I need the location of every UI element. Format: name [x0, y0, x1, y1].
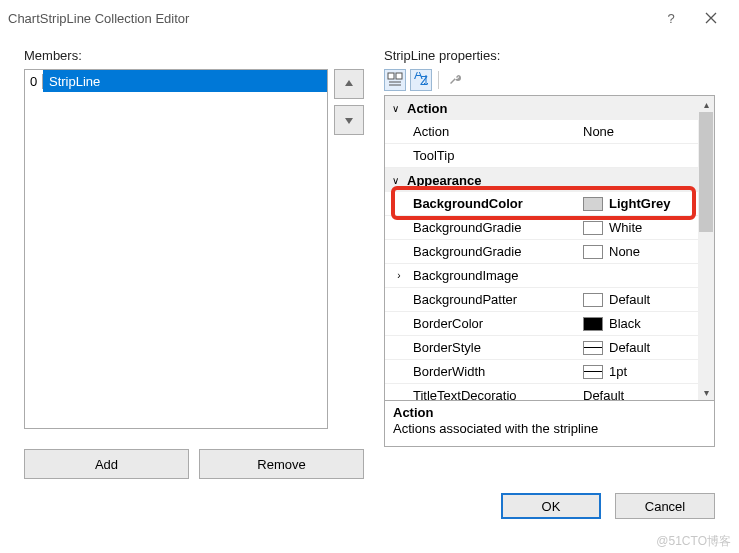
move-up-button[interactable]	[334, 69, 364, 99]
property-row[interactable]: BackgroundColorLightGrey	[385, 192, 698, 216]
color-swatch	[583, 245, 603, 259]
members-list[interactable]: 0StripLine	[24, 69, 328, 429]
property-name: Action	[413, 124, 583, 139]
svg-text:Z: Z	[420, 73, 428, 88]
expand-icon: ›	[393, 270, 405, 281]
property-pages-button[interactable]	[445, 69, 467, 91]
category-name: Appearance	[407, 173, 481, 188]
line-swatch	[583, 365, 603, 379]
scroll-thumb[interactable]	[699, 112, 713, 232]
color-swatch	[583, 221, 603, 235]
property-name: ToolTip	[413, 148, 583, 163]
property-row[interactable]: TitleTextDecoratioDefault	[385, 384, 698, 400]
property-row[interactable]: ActionNone	[385, 120, 698, 144]
property-name: BackgroundImage	[413, 268, 583, 283]
alphabetical-button[interactable]: AZ	[410, 69, 432, 91]
expand-icon: ∨	[389, 103, 401, 114]
close-icon	[705, 12, 717, 24]
add-button[interactable]: Add	[24, 449, 189, 479]
property-row[interactable]: BackgroundPatterDefault	[385, 288, 698, 312]
property-value[interactable]: White	[609, 220, 698, 235]
expand-icon: ∨	[389, 175, 401, 186]
property-name: BackgroundColor	[413, 196, 583, 211]
toolbar-separator	[438, 71, 439, 89]
wrench-icon	[448, 72, 464, 88]
property-toolbar: AZ	[384, 69, 715, 91]
categorized-icon	[387, 72, 403, 88]
help-button[interactable]: ?	[651, 0, 691, 36]
categorized-button[interactable]	[384, 69, 406, 91]
property-value[interactable]: None	[583, 124, 698, 139]
property-row[interactable]: BackgroundGradieNone	[385, 240, 698, 264]
member-item[interactable]: 0StripLine	[25, 70, 327, 92]
member-index: 0	[25, 74, 43, 89]
member-name: StripLine	[43, 70, 327, 92]
color-swatch	[583, 197, 603, 211]
property-row[interactable]: ToolTip	[385, 144, 698, 168]
cancel-button[interactable]: Cancel	[615, 493, 715, 519]
property-value[interactable]: Black	[609, 316, 698, 331]
property-value[interactable]: 1pt	[609, 364, 698, 379]
remove-button[interactable]: Remove	[199, 449, 364, 479]
scrollbar[interactable]: ▴ ▾	[698, 96, 714, 400]
arrow-up-icon	[343, 78, 355, 90]
scroll-up-button[interactable]: ▴	[698, 96, 714, 112]
window-title: ChartStripLine Collection Editor	[8, 11, 189, 26]
color-swatch	[583, 317, 603, 331]
watermark: @51CTO博客	[656, 533, 731, 550]
property-value[interactable]: LightGrey	[609, 196, 698, 211]
property-value[interactable]: Default	[609, 292, 698, 307]
close-button[interactable]	[691, 0, 731, 36]
help-title: Action	[393, 405, 706, 420]
scroll-down-button[interactable]: ▾	[698, 384, 714, 400]
property-value[interactable]: Default	[609, 340, 698, 355]
property-name: BorderColor	[413, 316, 583, 331]
svg-rect-1	[396, 73, 402, 79]
property-row[interactable]: BorderStyleDefault	[385, 336, 698, 360]
property-name: BorderWidth	[413, 364, 583, 379]
arrow-down-icon	[343, 114, 355, 126]
property-row[interactable]: BorderColorBlack	[385, 312, 698, 336]
category-name: Action	[407, 101, 447, 116]
help-description: Actions associated with the stripline	[393, 421, 706, 436]
property-name: TitleTextDecoratio	[413, 388, 583, 400]
line-swatch	[583, 341, 603, 355]
property-row[interactable]: ›BackgroundImage	[385, 264, 698, 288]
color-swatch	[583, 293, 603, 307]
properties-label: StripLine properties:	[384, 48, 715, 63]
help-panel: Action Actions associated with the strip…	[385, 400, 714, 446]
property-row[interactable]: BackgroundGradieWhite	[385, 216, 698, 240]
property-row[interactable]: BorderWidth1pt	[385, 360, 698, 384]
property-name: BorderStyle	[413, 340, 583, 355]
members-label: Members:	[24, 48, 364, 63]
property-name: BackgroundGradie	[413, 244, 583, 259]
property-name: BackgroundGradie	[413, 220, 583, 235]
category-row[interactable]: ∨Appearance	[385, 168, 698, 192]
property-grid[interactable]: ∨ActionActionNoneToolTip∨AppearanceBackg…	[384, 95, 715, 447]
svg-rect-0	[388, 73, 394, 79]
ok-button[interactable]: OK	[501, 493, 601, 519]
alphabetical-icon: AZ	[413, 72, 429, 88]
move-down-button[interactable]	[334, 105, 364, 135]
category-row[interactable]: ∨Action	[385, 96, 698, 120]
property-value[interactable]: Default	[583, 388, 698, 400]
property-name: BackgroundPatter	[413, 292, 583, 307]
property-value[interactable]: None	[609, 244, 698, 259]
